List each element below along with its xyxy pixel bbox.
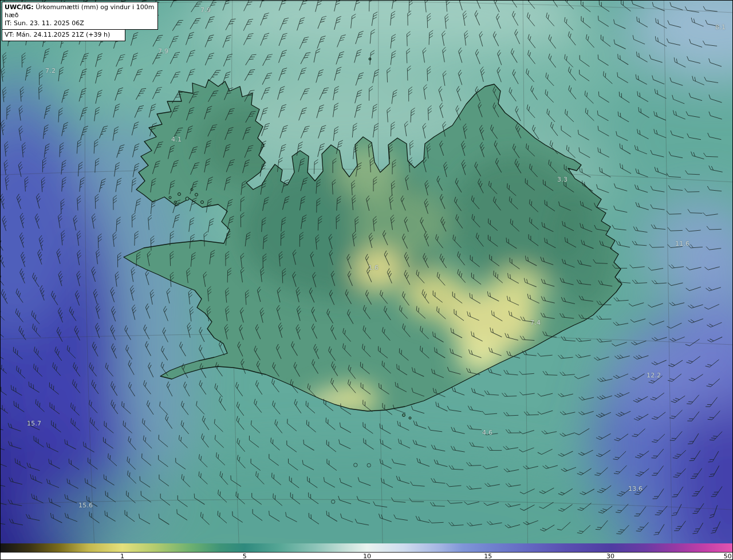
colorbar-gradient xyxy=(1,543,733,553)
model-title-box: UWC/IG: Úrkomumætti (mm) og vindur i 100… xyxy=(2,2,158,30)
colorbar-tick: 30 xyxy=(606,553,614,560)
colorbar-tick: 15 xyxy=(484,553,492,560)
colorbar-tick: 10 xyxy=(363,553,371,560)
lead-time: (+39 h) xyxy=(84,31,110,38)
weather-map-viewport: 7.98.17.97.24.13.311.61.67.412.215.74.61… xyxy=(0,0,733,560)
colorbar-tick: 5 xyxy=(243,553,247,560)
valid-time-box: VT: Mán. 24.11.2025 21Z (+39 h) xyxy=(2,30,125,41)
colorbar-tick-row: 1510153050 xyxy=(1,553,733,560)
colorbar-tick: 50 xyxy=(724,553,732,560)
init-time-line: IT: Sun. 23. 11. 2025 06Z xyxy=(5,19,155,27)
title-box: UWC/IG: Úrkomumætti (mm) og vindur i 100… xyxy=(2,2,158,41)
valid-time: VT: Mán. 24.11.2025 21Z xyxy=(5,31,84,38)
model-title-line: UWC/IG: Úrkomumætti (mm) og vindur i 100… xyxy=(5,3,155,19)
colorbar: 1510153050 xyxy=(1,543,733,560)
model-name: UWC/IG: xyxy=(5,3,34,11)
precipitation-wind-map xyxy=(1,1,733,543)
colorbar-tick: 1 xyxy=(120,553,124,560)
